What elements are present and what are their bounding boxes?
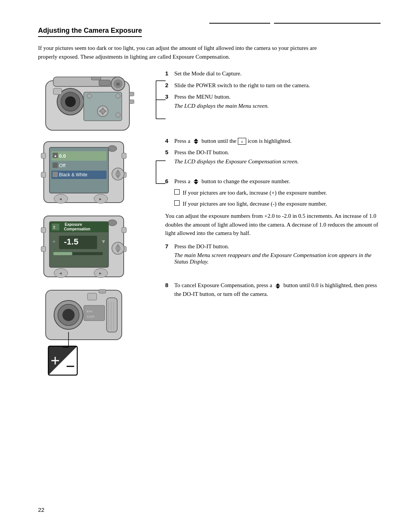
- main-layout: M: [38, 69, 381, 383]
- svg-point-15: [116, 94, 120, 98]
- step-1-text: Set the Mode dial to Capture.: [174, 69, 381, 78]
- step-6-paragraph: You can adjust the exposure numbers from…: [165, 212, 381, 238]
- svg-rect-85: [88, 293, 97, 300]
- svg-rect-11: [129, 100, 134, 104]
- step-3-italic: The LCD displays the main Menu screen.: [174, 103, 381, 109]
- bullet-box-1: [174, 189, 180, 195]
- svg-text:0.0: 0.0: [59, 153, 66, 159]
- camera-1-block: M: [38, 69, 156, 134]
- camera-3-image: Exposure Compensation ± -1.5 + ▼: [38, 212, 129, 279]
- step-6-bullets: If your pictures are too dark, increase …: [174, 189, 381, 208]
- svg-marker-104: [194, 142, 198, 144]
- step-4-exp-icon: ±: [238, 138, 246, 145]
- section-title: Adjusting the Camera Exposure: [38, 27, 142, 37]
- camera-2-block: 0.0 ▲ Off Black & White ◄ ►: [38, 138, 156, 204]
- bracket-1: [154, 69, 167, 134]
- step-3: 3 Press the MENU button.: [165, 93, 381, 101]
- svg-rect-58: [122, 227, 126, 233]
- spacer-1: [165, 114, 381, 137]
- svg-rect-86: [99, 289, 106, 293]
- svg-rect-56: [41, 227, 46, 233]
- cameras-column: M: [38, 69, 156, 383]
- svg-text:►: ►: [99, 271, 102, 275]
- svg-point-60: [108, 220, 117, 226]
- svg-text:Exposure: Exposure: [65, 222, 82, 227]
- step-8-text: To cancel Exposure Compensation, press a…: [174, 281, 381, 298]
- bullet-box-2: [174, 200, 180, 206]
- sub-bullet-2: If your pictures are too light, decrease…: [174, 200, 381, 208]
- svg-text:Off: Off: [59, 163, 65, 168]
- svg-marker-108: [276, 283, 280, 286]
- svg-rect-12: [91, 77, 101, 80]
- camera-4-block: EV± 1/125: [38, 286, 156, 376]
- step-2: 2 Slide the POWER switch to the right to…: [165, 81, 381, 90]
- svg-rect-40: [53, 163, 58, 168]
- svg-text:±: ±: [53, 224, 56, 230]
- svg-text:Black & White: Black & White: [59, 172, 88, 177]
- step-8-number: 8: [165, 281, 174, 290]
- svg-rect-57: [41, 246, 46, 252]
- step-7: 7 Press the DO-IT button.: [165, 242, 381, 251]
- svg-marker-107: [194, 182, 198, 184]
- svg-rect-5: [53, 88, 62, 94]
- sub-bullet-1-text: If your pictures are too dark, increase …: [183, 189, 327, 197]
- step-5-italic: The LCD displays the Exposure Compensati…: [174, 158, 381, 165]
- spacer-2: [165, 169, 381, 177]
- spacer-3: [165, 270, 381, 281]
- svg-point-14: [87, 94, 92, 98]
- svg-text:1/125: 1/125: [87, 315, 95, 318]
- step-6: 6 Press a button to change the exposure …: [165, 177, 381, 186]
- step-7-text: Press the DO-IT button.: [174, 242, 381, 251]
- step-4-text: Press a button until the ± icon is highl…: [174, 137, 381, 145]
- sub-bullet-2-text: If your pictures are too light, decrease…: [183, 200, 327, 208]
- svg-rect-29: [41, 172, 46, 177]
- svg-point-16: [116, 113, 120, 117]
- step-8: 8 To cancel Exposure Compensation, press…: [165, 281, 381, 298]
- svg-point-84: [62, 309, 75, 321]
- step-5-text: Press the DO-IT button.: [174, 148, 381, 157]
- svg-rect-91: [84, 305, 105, 321]
- page-number: 22: [38, 506, 45, 513]
- svg-text:►: ►: [99, 197, 102, 201]
- svg-text:EV±: EV±: [87, 310, 93, 313]
- camera-1-image: M: [38, 69, 137, 134]
- bracket-2: [154, 138, 167, 204]
- step-7-number: 7: [165, 242, 174, 251]
- svg-rect-10: [129, 92, 134, 96]
- step-3-text: Press the MENU button.: [174, 93, 381, 101]
- svg-text:◄: ◄: [59, 271, 62, 275]
- camera-3-block: Exposure Compensation ± -1.5 + ▼: [38, 212, 156, 279]
- svg-point-32: [108, 145, 117, 152]
- step-1: 1 Set the Mode dial to Capture.: [165, 69, 381, 78]
- svg-marker-102: [194, 139, 198, 141]
- camera-4-image: EV± 1/125: [38, 286, 129, 343]
- step-4: 4 Press a button until the ± icon is hig…: [165, 137, 381, 145]
- step-4-button-icon: [192, 138, 200, 145]
- svg-rect-87: [107, 298, 117, 332]
- step-6-button-icon: [192, 178, 200, 185]
- svg-marker-110: [276, 286, 280, 289]
- step-5: 5 Press the DO-IT button.: [165, 148, 381, 157]
- svg-text:M: M: [116, 82, 119, 86]
- svg-text:+: +: [53, 238, 56, 244]
- svg-rect-30: [122, 153, 126, 158]
- step-7-italic: The main Menu screen reappears and the E…: [174, 252, 381, 265]
- svg-marker-105: [194, 179, 198, 181]
- intro-text: If your pictures seem too dark or too li…: [38, 44, 327, 61]
- svg-text:-1.5: -1.5: [64, 237, 78, 246]
- top-decoration: [38, 23, 381, 24]
- svg-rect-43: [53, 172, 58, 177]
- svg-text:▲: ▲: [54, 154, 57, 158]
- bracket-4: [61, 332, 76, 363]
- svg-rect-9: [99, 80, 110, 86]
- page: Adjusting the Camera Exposure If your pi…: [0, 0, 411, 532]
- svg-rect-72: [53, 252, 72, 255]
- steps-column: 1 Set the Mode dial to Capture. 2 Slide …: [156, 69, 381, 383]
- svg-text:▼: ▼: [101, 238, 106, 244]
- camera-2-image: 0.0 ▲ Off Black & White ◄ ►: [38, 138, 129, 204]
- step-8-button-icon: [274, 283, 282, 289]
- svg-point-4: [65, 96, 76, 107]
- sub-bullet-1: If your pictures are too dark, increase …: [174, 189, 381, 197]
- svg-rect-28: [41, 153, 46, 158]
- step-2-text: Slide the POWER switch to the right to t…: [174, 81, 381, 90]
